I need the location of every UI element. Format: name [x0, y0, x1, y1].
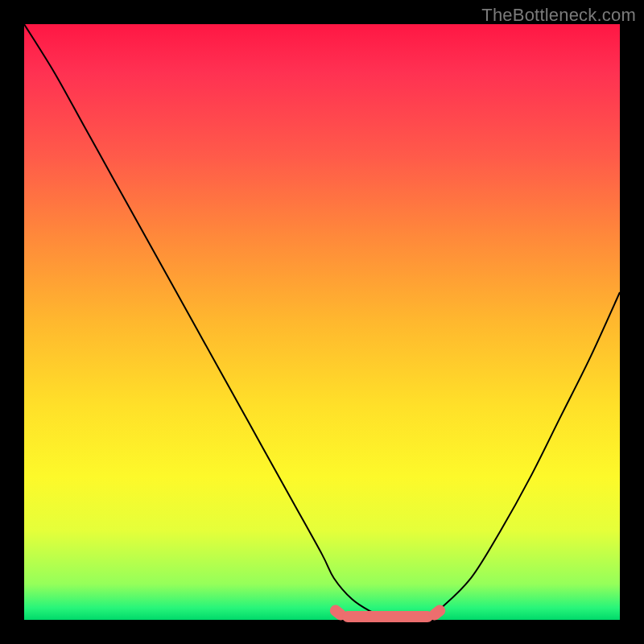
plot-area	[24, 24, 620, 620]
flat-region-middle	[342, 611, 433, 622]
curve-svg	[24, 24, 620, 620]
bottleneck-curve	[24, 24, 620, 617]
watermark-text: TheBottleneck.com	[481, 5, 636, 26]
chart-container: TheBottleneck.com	[0, 0, 644, 644]
